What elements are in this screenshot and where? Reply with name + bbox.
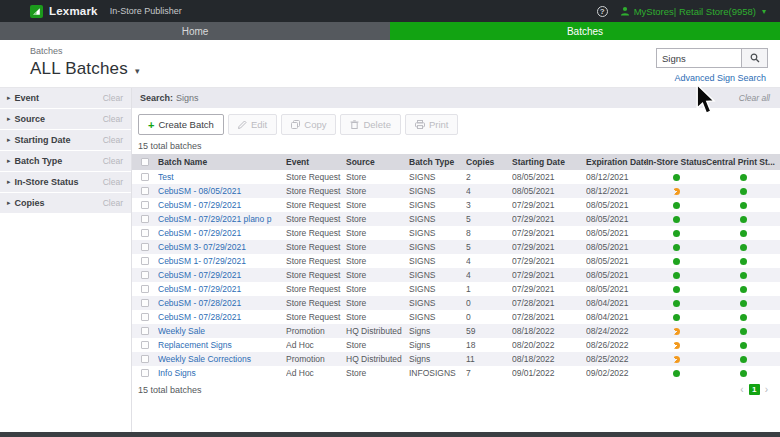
row-checkbox[interactable] [141, 257, 149, 265]
batch-name-link[interactable]: CebuSM - 07/28/2021 [158, 312, 286, 322]
next-page-icon[interactable]: › [765, 384, 768, 395]
batch-name-link[interactable]: Info Signs [158, 368, 286, 378]
row-checkbox[interactable] [141, 173, 149, 181]
status-complete-icon [740, 230, 747, 237]
chevron-right-icon: ▸ [7, 94, 11, 102]
column-header-batch-type[interactable]: Batch Type [409, 157, 466, 167]
central-print-status-cell [706, 230, 780, 237]
batch-name-link[interactable]: CebuSM - 07/29/2021 [158, 284, 286, 294]
create-batch-button[interactable]: + Create Batch [138, 114, 224, 135]
row-checkbox[interactable] [141, 369, 149, 377]
column-header-expiration-date[interactable]: Expiration Date [586, 157, 646, 167]
help-icon[interactable]: ? [597, 6, 608, 17]
column-header-source[interactable]: Source [346, 157, 409, 167]
table-row[interactable]: CebuSM - 07/29/2021Store RequestStoreSIG… [132, 282, 780, 296]
batch-name-link[interactable]: Weekly Sale [158, 326, 286, 336]
clear-filter-link[interactable]: Clear [103, 93, 123, 103]
row-checkbox[interactable] [141, 243, 149, 251]
table-row[interactable]: CebuSM - 07/28/2021Store RequestStoreSIG… [132, 296, 780, 310]
table-row[interactable]: CebuSM 3- 07/29/2021Store RequestStoreSI… [132, 240, 780, 254]
table-row[interactable]: Weekly SalePromotionHQ DistributedSigns5… [132, 324, 780, 338]
batch-name-link[interactable]: Weekly Sale Corrections [158, 354, 286, 364]
advanced-sign-search-link[interactable]: Advanced Sign Search [674, 73, 766, 83]
search-button[interactable] [742, 48, 768, 68]
sidebar-item-batch-type[interactable]: ▸Batch TypeClear [0, 151, 131, 171]
row-checkbox[interactable] [141, 355, 149, 363]
table-row[interactable]: TestStore RequestStoreSIGNS208/05/202108… [132, 170, 780, 184]
clear-filter-link[interactable]: Clear [103, 177, 123, 187]
expiration-date-cell: 08/05/2021 [586, 284, 646, 294]
batch-name-link[interactable]: CebuSM 1- 07/29/2021 [158, 256, 286, 266]
sidebar-item-starting-date[interactable]: ▸Starting DateClear [0, 130, 131, 150]
filter-value: Signs [176, 93, 199, 103]
sidebar-item-event[interactable]: ▸EventClear [0, 88, 131, 108]
batch-type-cell: SIGNS [409, 284, 466, 294]
batch-name-link[interactable]: CebuSM - 07/28/2021 [158, 298, 286, 308]
table-header: Batch NameEventSourceBatch TypeCopiesSta… [132, 154, 780, 170]
column-header-starting-date[interactable]: Starting Date [512, 157, 586, 167]
search-input[interactable] [656, 48, 742, 68]
prev-page-icon[interactable]: ‹ [740, 384, 743, 395]
status-complete-icon [673, 286, 680, 293]
column-header-batch-name[interactable]: Batch Name [158, 157, 286, 167]
source-cell: Store [346, 340, 409, 350]
chevron-right-icon: ▸ [7, 157, 11, 165]
batch-name-link[interactable]: CebuSM - 07/29/2021 [158, 270, 286, 280]
delete-button[interactable]: Delete [340, 114, 400, 135]
row-checkbox[interactable] [141, 341, 149, 349]
select-all-checkbox[interactable] [141, 158, 149, 166]
clear-filter-link[interactable]: Clear [103, 114, 123, 124]
sidebar-item-in-store-status[interactable]: ▸In-Store StatusClear [0, 172, 131, 192]
column-header-central-print-st-[interactable]: Central Print St... [706, 157, 780, 167]
row-checkbox[interactable] [141, 229, 149, 237]
batch-name-link[interactable]: Replacement Signs [158, 340, 286, 350]
row-checkbox[interactable] [141, 313, 149, 321]
batch-name-link[interactable]: CebuSM - 08/05/2021 [158, 186, 286, 196]
sidebar-item-source[interactable]: ▸SourceClear [0, 109, 131, 129]
tab-home[interactable]: Home [0, 22, 390, 40]
table-row[interactable]: CebuSM - 07/28/2021Store RequestStoreSIG… [132, 310, 780, 324]
sidebar-item-copies[interactable]: ▸CopiesClear [0, 193, 131, 213]
table-row[interactable]: CebuSM - 07/29/2021Store RequestStoreSIG… [132, 268, 780, 282]
table-row[interactable]: CebuSM - 07/29/2021Store RequestStoreSIG… [132, 198, 780, 212]
column-header-event[interactable]: Event [286, 157, 346, 167]
row-checkbox[interactable] [141, 285, 149, 293]
table-row[interactable]: CebuSM - 07/29/2021 plano pStore Request… [132, 212, 780, 226]
tab-batches[interactable]: Batches [390, 22, 780, 40]
copies-cell: 8 [466, 228, 512, 238]
edit-button[interactable]: Edit [228, 114, 277, 135]
clear-filter-link[interactable]: Clear [103, 156, 123, 166]
source-cell: HQ Distributed [346, 354, 409, 364]
table-row[interactable]: Replacement SignsAd HocStoreSigns1808/20… [132, 338, 780, 352]
in-store-status-cell [646, 258, 706, 265]
table-row[interactable]: CebuSM 1- 07/29/2021Store RequestStoreSI… [132, 254, 780, 268]
batch-name-link[interactable]: CebuSM 3- 07/29/2021 [158, 242, 286, 252]
event-cell: Store Request [286, 200, 346, 210]
current-page[interactable]: 1 [749, 384, 760, 395]
chevron-right-icon: ▸ [7, 199, 11, 207]
clear-filter-link[interactable]: Clear [103, 135, 123, 145]
batch-name-link[interactable]: CebuSM - 07/29/2021 [158, 200, 286, 210]
column-header-in-store-status[interactable]: In-Store Status [646, 157, 706, 167]
print-button[interactable]: Print [405, 114, 459, 135]
column-header-copies[interactable]: Copies [466, 157, 512, 167]
clear-all-link[interactable]: Clear all [739, 93, 770, 103]
row-checkbox[interactable] [141, 187, 149, 195]
row-checkbox[interactable] [141, 299, 149, 307]
row-checkbox[interactable] [141, 215, 149, 223]
table-row[interactable]: CebuSM - 07/29/2021Store RequestStoreSIG… [132, 226, 780, 240]
table-row[interactable]: Info SignsAd HocStoreINFOSIGNS709/01/202… [132, 366, 780, 380]
table-row[interactable]: Weekly Sale CorrectionsPromotionHQ Distr… [132, 352, 780, 366]
row-checkbox[interactable] [141, 271, 149, 279]
batch-name-link[interactable]: CebuSM - 07/29/2021 plano p [158, 214, 286, 224]
row-checkbox[interactable] [141, 201, 149, 209]
clear-filter-link[interactable]: Clear [103, 198, 123, 208]
batch-name-link[interactable]: Test [158, 172, 286, 182]
title-caret-down-icon[interactable]: ▾ [135, 66, 140, 76]
copy-button[interactable]: Copy [281, 114, 336, 135]
batch-name-link[interactable]: CebuSM - 07/29/2021 [158, 228, 286, 238]
account-menu[interactable]: MyStores| Retail Store(9958) ▾ [620, 6, 766, 17]
table-row[interactable]: CebuSM - 08/05/2021Store RequestStoreSIG… [132, 184, 780, 198]
row-checkbox[interactable] [141, 327, 149, 335]
event-cell: Store Request [286, 186, 346, 196]
